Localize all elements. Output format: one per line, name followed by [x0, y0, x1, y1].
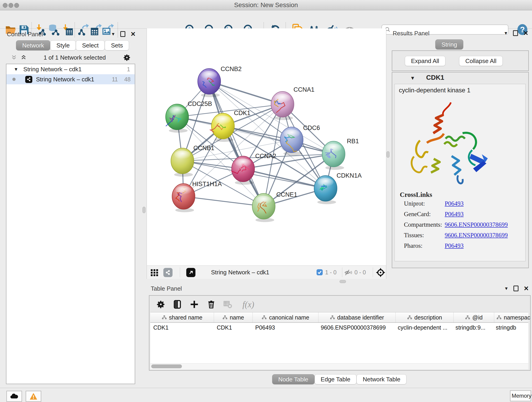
hidden-eye-icon[interactable]: [344, 269, 352, 277]
selected-checkbox-icon[interactable]: [316, 269, 323, 277]
network-row-selected[interactable]: String Network – cdk1 11 48: [6, 74, 135, 84]
close-window-button[interactable]: [3, 3, 7, 8]
zoom-window-button[interactable]: [14, 3, 19, 8]
crosslink-label: Tissues:: [404, 232, 424, 239]
selection-status: 1 of 1 Network selected: [27, 54, 123, 61]
crosslink-value-link[interactable]: 9606.ENSP00000378699: [445, 221, 508, 228]
delete-column-icon[interactable]: [206, 299, 217, 310]
crosslinks-list: Uniprot:P06493GeneCard:P06493Compartment…: [395, 200, 525, 253]
float-panel-icon[interactable]: [513, 286, 519, 291]
network-node-HIST1H1A[interactable]: [172, 184, 195, 212]
tab-network[interactable]: Network: [16, 40, 50, 51]
edge-CCNB2-CCNE1[interactable]: [209, 81, 264, 206]
tab-network-table[interactable]: Network Table: [356, 374, 406, 384]
birdseye-grid-icon[interactable]: [150, 268, 159, 278]
table-tabs: Node TableEdge TableNetwork Table: [149, 374, 530, 384]
tab-sets[interactable]: Sets: [105, 40, 129, 51]
section-node-name: CDK1: [426, 74, 444, 81]
float-panel-icon[interactable]: [120, 31, 125, 37]
application-window: Session: New Session: [0, 0, 532, 402]
panel-menu-icon[interactable]: ▼: [111, 32, 115, 36]
cell-description[interactable]: cyclin-dependent ...: [395, 323, 452, 332]
network-canvas[interactable]: CCNB2CCNA1CDC25BCDK1CDC6RB1CCNB1CCNA2CDK…: [147, 28, 386, 265]
column-type-icon: [465, 315, 470, 320]
viewbar-separator: [180, 268, 180, 277]
edge-count: 48: [124, 76, 131, 83]
left-splitter-handle[interactable]: [143, 207, 146, 213]
network-node-CCNB1[interactable]: [171, 148, 194, 177]
results-panel-title: Results Panel: [393, 30, 429, 37]
minimize-window-button[interactable]: [8, 3, 13, 8]
delete-table-icon-disabled: [222, 299, 233, 310]
close-panel-icon[interactable]: ✕: [130, 32, 136, 37]
column-header-sharedname[interactable]: shared name: [150, 313, 214, 322]
close-panel-icon[interactable]: ✕: [523, 31, 528, 36]
tab-select[interactable]: Select: [76, 40, 105, 51]
results-buttons-box: Expand All Collapse All: [392, 51, 529, 71]
bottom-splitter-handle[interactable]: [340, 280, 346, 283]
cell-databaseidentifier[interactable]: 9606.ENSP00000378699: [318, 323, 395, 332]
network-node-CDKN1A[interactable]: [314, 176, 337, 204]
cell-name[interactable]: CDK1: [214, 323, 252, 332]
collapse-all-button[interactable]: Collapse All: [459, 56, 503, 66]
crosslink-value-link[interactable]: P06493: [445, 211, 464, 218]
edge-HIST1H1A-CCNE1[interactable]: [184, 196, 264, 206]
close-panel-icon[interactable]: ✕: [524, 286, 529, 291]
network-node-CDC25B[interactable]: [166, 104, 189, 133]
tab-string[interactable]: String: [435, 39, 463, 50]
cell-sharedname[interactable]: CDK1: [150, 323, 214, 332]
column-header-namespac[interactable]: namespac: [494, 313, 532, 322]
cell-canonicalname[interactable]: P06493: [252, 323, 318, 332]
crosslink-label: Pharos:: [404, 242, 423, 249]
selected-counts: 1 - 0: [325, 269, 336, 276]
column-header-description[interactable]: description: [396, 313, 454, 322]
tab-edge-table[interactable]: Edge Table: [315, 374, 357, 384]
show-columns-icon[interactable]: [172, 299, 183, 310]
cloud-status-button[interactable]: [6, 391, 22, 402]
tab-node-table[interactable]: Node Table: [272, 374, 315, 384]
hidden-counts: 0 - 0: [355, 269, 366, 276]
column-header-id[interactable]: @id: [454, 313, 494, 322]
network-node-CCNB2[interactable]: [198, 69, 221, 97]
panel-menu-icon[interactable]: ▼: [504, 31, 508, 36]
network-node-RB1[interactable]: [322, 141, 345, 170]
crosslink-row: Uniprot:P06493: [395, 200, 525, 211]
open-in-new-window-icon[interactable]: [186, 268, 196, 277]
column-type-icon: [262, 315, 267, 320]
crosslink-value-link[interactable]: P06493: [445, 242, 464, 249]
float-panel-icon[interactable]: [513, 30, 518, 36]
warning-icon: [29, 393, 38, 400]
tree-expand-icon[interactable]: ▼: [14, 67, 18, 72]
table-options-gear-icon[interactable]: [155, 299, 166, 310]
scrollbar-thumb[interactable]: [151, 364, 182, 368]
horizontal-scrollbar[interactable]: [150, 363, 528, 370]
table-panel-title: Table Panel: [151, 285, 182, 292]
cell-namespac[interactable]: stringdb: [493, 323, 531, 332]
warning-status-button[interactable]: [26, 391, 41, 402]
add-column-icon[interactable]: [189, 299, 200, 310]
network-overview-icon[interactable]: [163, 268, 172, 277]
memory-button[interactable]: Memory: [510, 390, 531, 401]
panel-menu-icon[interactable]: ▼: [504, 286, 509, 291]
column-header-name[interactable]: name: [214, 313, 253, 322]
cell-id[interactable]: stringdb:9...: [452, 323, 493, 332]
network-node-CCNE1[interactable]: [252, 193, 275, 222]
expand-all-button[interactable]: Expand All: [405, 56, 445, 66]
expand-all-icon[interactable]: [21, 55, 27, 61]
network-collection-row[interactable]: ▼ String Network – cdk1 1: [6, 64, 135, 74]
node-label-CCNE1: CCNE1: [276, 191, 298, 198]
tab-style[interactable]: Style: [50, 40, 76, 51]
network-options-gear-icon[interactable]: [123, 53, 131, 62]
crosslink-value-link[interactable]: P06493: [445, 200, 464, 207]
section-collapse-icon[interactable]: ▼: [410, 75, 415, 81]
edge-CCNA2-CDKN1A[interactable]: [243, 169, 326, 188]
column-header-canonicalname[interactable]: canonical name: [253, 313, 318, 322]
network-node-CCNA1[interactable]: [271, 91, 294, 120]
table-row[interactable]: CDK1CDK1P064939606.ENSP00000378699cyclin…: [150, 323, 528, 332]
right-splitter-handle[interactable]: [386, 151, 389, 158]
status-bar: Memory: [0, 388, 532, 402]
crosslink-value-link[interactable]: 9606.ENSP00000378699: [445, 232, 508, 239]
fit-selected-crosshair-icon[interactable]: [375, 268, 386, 279]
column-header-databaseidentifier[interactable]: database identifier: [318, 313, 396, 322]
collapse-all-icon[interactable]: [11, 55, 17, 61]
